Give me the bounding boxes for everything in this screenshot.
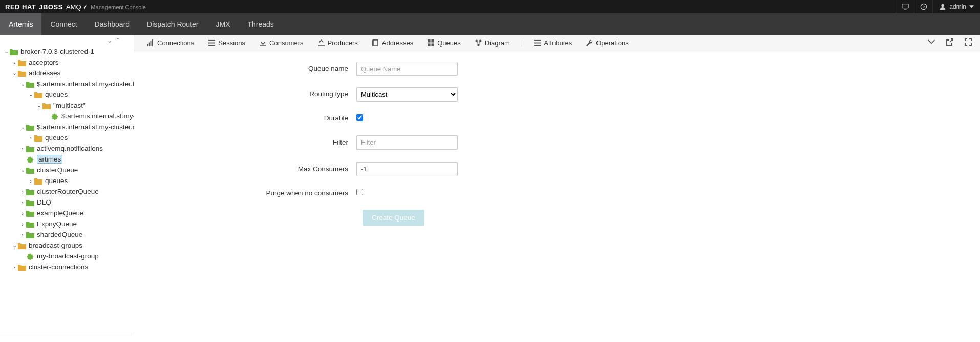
filter-label: Filter bbox=[134, 138, 356, 147]
upload-icon bbox=[318, 39, 325, 46]
chevron-down-icon bbox=[969, 5, 974, 8]
caret-right-icon: › bbox=[19, 221, 26, 227]
folder-icon bbox=[26, 220, 35, 228]
tree-queues-3[interactable]: › queues bbox=[0, 175, 134, 186]
more-tabs-chevron-icon[interactable] bbox=[928, 38, 935, 47]
svg-text:?: ? bbox=[923, 5, 925, 9]
tree-queues-1[interactable]: ⌄ queues bbox=[0, 89, 134, 100]
tab-diagram[interactable]: Diagram bbox=[468, 35, 517, 51]
tree-artemis-sf-c[interactable]: ⌄ $.artemis.internal.sf.my-cluster.c bbox=[0, 122, 134, 132]
durable-label: Durable bbox=[134, 114, 356, 123]
folder-icon bbox=[34, 134, 43, 142]
folder-open-icon bbox=[26, 123, 35, 131]
max-consumers-input[interactable] bbox=[356, 162, 458, 176]
folder-icon bbox=[34, 177, 43, 185]
svg-rect-6 bbox=[149, 43, 150, 46]
tab-connections[interactable]: Connections bbox=[140, 35, 201, 51]
svg-rect-13 bbox=[432, 39, 435, 43]
folder-icon bbox=[26, 145, 35, 153]
popout-icon[interactable] bbox=[946, 38, 953, 47]
svg-rect-19 bbox=[534, 40, 541, 41]
tab-divider: | bbox=[517, 39, 527, 47]
tab-consumers[interactable]: Consumers bbox=[252, 35, 310, 51]
caret-down-icon: ⌄ bbox=[11, 70, 17, 76]
folder-icon bbox=[17, 263, 27, 271]
tree-artemis-sf-leaf[interactable]: $.artemis.internal.sf.my-c bbox=[0, 111, 134, 122]
monitor-icon[interactable] bbox=[896, 0, 914, 13]
tree-expiry-queue[interactable]: › ExpiryQueue bbox=[0, 218, 134, 229]
diagram-icon bbox=[475, 39, 482, 46]
nav-dashboard[interactable]: Dashboard bbox=[86, 13, 139, 35]
brand-jboss: JBOSS bbox=[39, 3, 63, 11]
gear-icon bbox=[26, 155, 35, 164]
queue-name-input[interactable] bbox=[356, 62, 458, 76]
tree-dlq[interactable]: › DLQ bbox=[0, 197, 134, 208]
fullscreen-icon[interactable] bbox=[965, 38, 972, 47]
tree-addresses[interactable]: ⌄ addresses bbox=[0, 68, 134, 78]
user-icon bbox=[939, 3, 946, 10]
content-pane: Connections Sessions Consumers Producers… bbox=[134, 35, 980, 342]
nav-artemis[interactable]: Artemis bbox=[0, 13, 41, 35]
tree-my-broadcast-group[interactable]: my-broadcast-group bbox=[0, 251, 134, 261]
svg-point-16 bbox=[475, 39, 478, 42]
tree-cluster-router-queue[interactable]: › clusterRouterQueue bbox=[0, 186, 134, 197]
tab-addresses[interactable]: Addresses bbox=[365, 35, 420, 51]
filter-input[interactable] bbox=[356, 135, 458, 150]
caret-down-icon: ⌄ bbox=[19, 167, 26, 173]
svg-rect-10 bbox=[208, 43, 215, 44]
brand-subtitle: Management Console bbox=[91, 4, 146, 10]
svg-rect-14 bbox=[428, 43, 431, 46]
tab-producers[interactable]: Producers bbox=[311, 35, 365, 51]
tree-multicast[interactable]: ⌄ "multicast" bbox=[0, 100, 134, 111]
user-menu[interactable]: admin bbox=[932, 0, 980, 13]
durable-checkbox[interactable] bbox=[356, 114, 363, 121]
folder-icon bbox=[17, 58, 27, 67]
tree-example-queue[interactable]: › exampleQueue bbox=[0, 208, 134, 218]
tree-artemis-sf-b[interactable]: ⌄ $.artemis.internal.sf.my-cluster.b bbox=[0, 78, 134, 89]
list-icon bbox=[208, 39, 215, 46]
tab-sessions[interactable]: Sessions bbox=[201, 35, 252, 51]
svg-rect-20 bbox=[534, 43, 541, 44]
gear-icon bbox=[50, 112, 59, 120]
content-tabs: Connections Sessions Consumers Producers… bbox=[134, 35, 980, 51]
nav-threads[interactable]: Threads bbox=[239, 13, 283, 35]
svg-rect-9 bbox=[208, 40, 215, 41]
purge-checkbox[interactable] bbox=[356, 189, 363, 195]
caret-down-icon: ⌄ bbox=[36, 102, 42, 109]
nav-connect[interactable]: Connect bbox=[41, 13, 86, 35]
svg-rect-21 bbox=[534, 45, 541, 46]
svg-point-17 bbox=[479, 39, 482, 42]
list-icon bbox=[534, 39, 541, 46]
tree-cluster-queue[interactable]: ⌄ clusterQueue bbox=[0, 165, 134, 175]
help-icon[interactable]: ? bbox=[914, 0, 932, 13]
caret-right-icon: › bbox=[19, 210, 26, 216]
svg-rect-1 bbox=[904, 9, 906, 9]
tree-broadcast-groups[interactable]: ⌄ broadcast-groups bbox=[0, 240, 134, 251]
gear-icon bbox=[26, 252, 35, 260]
tree-artimes[interactable]: artimes bbox=[0, 154, 134, 165]
tab-operations[interactable]: Operations bbox=[579, 35, 636, 51]
nav-jmx[interactable]: JMX bbox=[207, 13, 239, 35]
svg-rect-0 bbox=[902, 4, 908, 8]
tree-sharded-queue[interactable]: › shardedQueue bbox=[0, 229, 134, 240]
collapse-all-icon[interactable]: ⌄ bbox=[107, 37, 112, 44]
caret-down-icon: ⌄ bbox=[19, 124, 26, 130]
nav-dispatch-router[interactable]: Dispatch Router bbox=[138, 13, 207, 35]
routing-type-select[interactable]: Multicast bbox=[356, 87, 458, 102]
create-queue-button[interactable]: Create Queue bbox=[363, 210, 424, 226]
tree-cluster-connections[interactable]: › cluster-connections bbox=[0, 261, 134, 272]
tree-acceptors[interactable]: › acceptors bbox=[0, 57, 134, 68]
tab-attributes[interactable]: Attributes bbox=[527, 35, 579, 51]
user-name: admin bbox=[949, 3, 966, 10]
sidebar-hscroll[interactable] bbox=[0, 335, 134, 342]
tab-queues[interactable]: Queues bbox=[420, 35, 468, 51]
tree-broker-root[interactable]: ⌄ broker-7.0.3-clustered-1 bbox=[0, 46, 134, 57]
svg-rect-8 bbox=[152, 39, 153, 46]
expand-all-icon[interactable]: ⌃ bbox=[115, 37, 120, 44]
tree-queues-2[interactable]: › queues bbox=[0, 132, 134, 143]
tree-tools: ⌄ ⌃ bbox=[0, 35, 134, 46]
caret-right-icon: › bbox=[11, 59, 17, 66]
tree-activemq-notifications[interactable]: › activemq.notifications bbox=[0, 143, 134, 154]
caret-right-icon: › bbox=[11, 264, 17, 270]
max-consumers-label: Max Consumers bbox=[134, 165, 356, 174]
